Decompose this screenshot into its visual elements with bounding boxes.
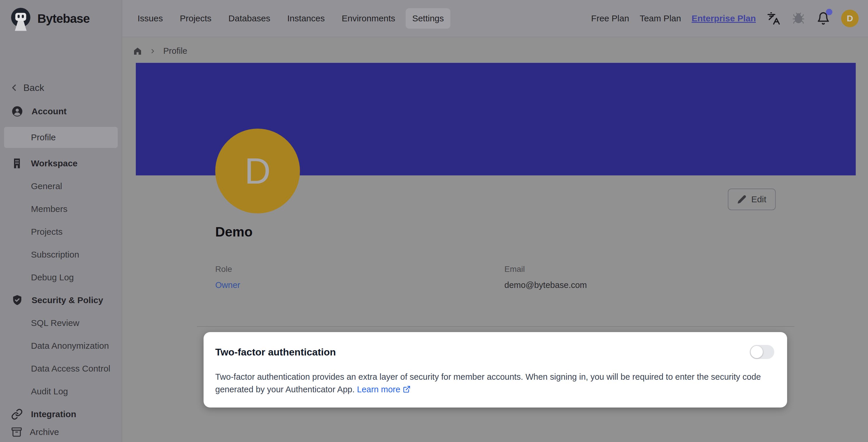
sidebar-section-label: Security & Policy — [32, 295, 103, 305]
edit-button[interactable]: Edit — [728, 188, 776, 210]
field-label: Email — [504, 265, 794, 274]
sidebar-item-general[interactable]: General — [4, 179, 118, 194]
bug-icon — [792, 12, 805, 25]
sidebar-item-debug-log[interactable]: Debug Log — [4, 270, 118, 285]
sidebar-section-label: Workspace — [31, 158, 78, 168]
sidebar-section-account: Account — [11, 104, 122, 119]
sidebar-menu: Back AccountProfileWorkspaceGeneralMembe… — [0, 37, 122, 422]
back-label: Back — [23, 83, 44, 93]
nav-item-environments[interactable]: Environments — [335, 8, 402, 29]
profile-avatar-initial: D — [244, 150, 271, 192]
main-nav: IssuesProjectsDatabasesInstancesEnvironm… — [131, 8, 451, 29]
user-avatar[interactable]: D — [841, 10, 859, 27]
nav-item-instances[interactable]: Instances — [281, 8, 331, 29]
plan-free-plan[interactable]: Free Plan — [591, 13, 629, 23]
nav-item-projects[interactable]: Projects — [174, 8, 218, 29]
language-icon — [767, 12, 780, 25]
two-factor-toggle[interactable] — [750, 345, 774, 359]
profile-name: Demo — [215, 224, 253, 240]
sidebar-item-profile[interactable]: Profile — [4, 127, 118, 148]
sidebar-section-label: Account — [32, 107, 67, 116]
two-factor-card: Two-factor authentication Two-factor aut… — [204, 332, 787, 408]
nav-item-databases[interactable]: Databases — [222, 8, 277, 29]
field-email: Emaildemo@bytebase.com — [504, 265, 794, 290]
archive-label: Archive — [30, 427, 59, 437]
two-factor-title: Two-factor authentication — [215, 346, 336, 358]
profile-avatar: D — [215, 129, 300, 213]
sidebar-item-archive[interactable]: Archive — [11, 422, 122, 442]
topbar-icons — [767, 12, 830, 25]
building-icon — [11, 157, 23, 169]
plan-team-plan[interactable]: Team Plan — [640, 13, 681, 23]
bytebase-logo-text: Bytebase — [37, 12, 90, 26]
bytebase-logo-icon — [8, 5, 33, 32]
field-role: RoleOwner — [215, 265, 504, 290]
sidebar-item-projects[interactable]: Projects — [4, 225, 118, 239]
learn-more-label: Learn more — [357, 385, 400, 394]
breadcrumb: Profile — [133, 46, 187, 56]
sidebar-item-data-anonymization[interactable]: Data Anonymization — [4, 338, 118, 353]
plan-enterprise-plan[interactable]: Enterprise Plan — [691, 13, 756, 23]
shield-check-icon — [11, 294, 23, 306]
breadcrumb-chevron-icon — [149, 48, 156, 55]
sidebar-item-data-access-control[interactable]: Data Access Control — [4, 361, 118, 376]
sidebar-section-integration: Integration — [11, 407, 122, 421]
home-icon[interactable] — [133, 47, 142, 56]
language-button[interactable] — [767, 12, 780, 25]
top-navigation-bar: IssuesProjectsDatabasesInstancesEnvironm… — [122, 0, 868, 37]
sidebar-item-subscription[interactable]: Subscription — [4, 247, 118, 262]
nav-item-issues[interactable]: Issues — [131, 8, 169, 29]
back-button[interactable]: Back — [9, 80, 67, 96]
two-factor-description-text: Two-factor authentication provides an ex… — [215, 372, 761, 394]
field-value-email: demo@bytebase.com — [504, 281, 794, 290]
notification-dot — [826, 9, 832, 15]
sidebar-item-members[interactable]: Members — [4, 202, 118, 216]
archive-icon — [11, 426, 22, 438]
field-label: Role — [215, 265, 504, 274]
sidebar-section-security-policy: Security & Policy — [11, 293, 122, 307]
user-avatar-initial: D — [847, 13, 853, 23]
nav-item-settings[interactable]: Settings — [406, 8, 450, 29]
two-factor-description: Two-factor authentication provides an ex… — [215, 371, 773, 396]
user-circle-icon — [11, 105, 23, 118]
sidebar-item-sql-review[interactable]: SQL Review — [4, 316, 118, 330]
toggle-knob — [751, 346, 763, 358]
sidebar-section-label: Integration — [31, 409, 76, 419]
edit-label: Edit — [751, 195, 766, 204]
breadcrumb-page: Profile — [163, 46, 187, 56]
sidebar: Bytebase Back AccountProfileWorkspaceGen… — [0, 0, 122, 442]
field-value-role[interactable]: Owner — [215, 281, 504, 290]
profile-fields: RoleOwnerEmaildemo@bytebase.com — [215, 265, 794, 290]
plan-links: Free PlanTeam PlanEnterprise Plan — [591, 13, 756, 23]
pencil-icon — [737, 195, 746, 204]
external-link-icon — [403, 385, 411, 393]
bytebase-logo[interactable]: Bytebase — [0, 0, 122, 37]
link-icon — [11, 408, 23, 420]
sidebar-item-audit-log[interactable]: Audit Log — [4, 384, 118, 399]
bell-button[interactable] — [816, 12, 830, 25]
chevron-left-icon — [9, 83, 19, 93]
bug-button[interactable] — [792, 12, 805, 25]
section-divider — [197, 326, 795, 327]
sidebar-section-workspace: Workspace — [11, 156, 122, 171]
learn-more-link[interactable]: Learn more — [357, 385, 410, 394]
